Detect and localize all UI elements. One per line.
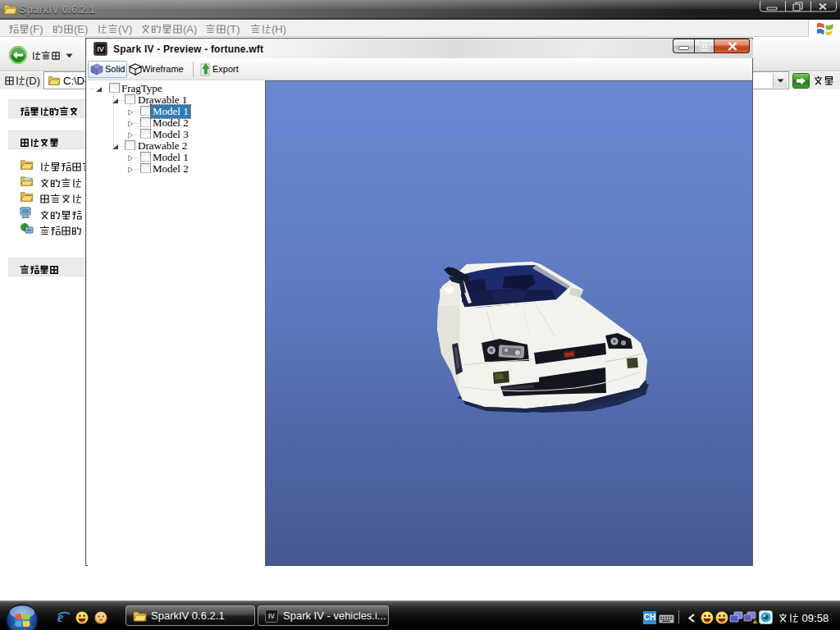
svg-text:IV: IV — [268, 612, 275, 620]
svg-text:IV: IV — [97, 45, 104, 53]
